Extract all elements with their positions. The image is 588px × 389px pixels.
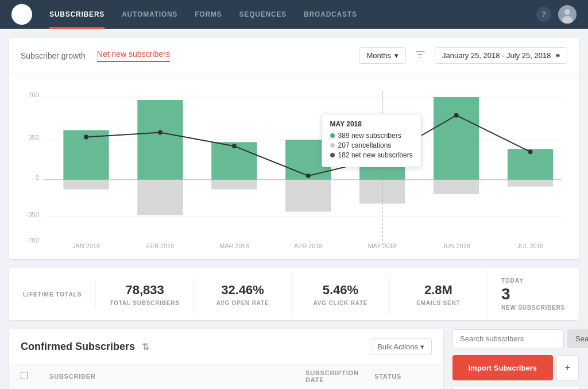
- chevron-down-icon: ▾: [420, 342, 424, 351]
- svg-rect-26: [434, 180, 479, 194]
- chevron-down-icon: ▾: [394, 51, 399, 60]
- svg-text:-700: -700: [26, 237, 39, 244]
- right-panel: Search Import Subscribers + All Subscrib…: [452, 329, 579, 389]
- user-avatar[interactable]: [558, 5, 577, 24]
- chart-container: 700 350 0 -350 -700: [21, 79, 567, 253]
- date-range-text: January 25, 2018 - July 25, 2018: [442, 51, 551, 60]
- svg-rect-22: [285, 180, 331, 212]
- svg-rect-28: [508, 180, 553, 187]
- stat-click-value: 5.46%: [303, 283, 377, 298]
- subscribers-title: Confirmed Subscribers: [21, 341, 135, 353]
- import-row: Import Subscribers +: [452, 355, 579, 380]
- svg-text:APR 2018: APR 2018: [294, 242, 323, 249]
- chart-svg: 700 350 0 -350 -700: [21, 79, 567, 252]
- svg-point-1: [20, 12, 24, 17]
- svg-rect-25: [434, 97, 479, 180]
- subscribers-header: Confirmed Subscribers ⇅ Bulk Actions ▾: [9, 329, 443, 365]
- subscribers-panel: Confirmed Subscribers ⇅ Bulk Actions ▾ S…: [9, 329, 443, 389]
- chart-section: Subscriber growth Net new subscribers Mo…: [9, 38, 579, 259]
- search-box: Search: [452, 329, 579, 348]
- calendar-icon: ≡: [555, 51, 560, 60]
- today-value: 3: [501, 285, 565, 303]
- stats-items: 78,833 TOTAL SUBSCRIBERS 32.46% AVG OPEN…: [96, 274, 487, 315]
- filter-icon[interactable]: [412, 49, 429, 61]
- bulk-actions-label: Bulk Actions: [377, 342, 418, 351]
- stat-open-label: AVG OPEN RATE: [206, 300, 280, 306]
- stat-emails-value: 2.8M: [401, 283, 475, 298]
- search-button[interactable]: Search: [567, 329, 588, 348]
- chart-title[interactable]: Subscriber growth: [21, 51, 86, 60]
- stat-emails-label: EMAILS SENT: [401, 300, 475, 306]
- header-checkbox[interactable]: [21, 372, 32, 381]
- svg-point-29: [84, 134, 88, 139]
- svg-point-34: [454, 113, 459, 118]
- add-subscriber-button[interactable]: +: [556, 355, 579, 380]
- chart-controls: Months ▾ January 25, 2018 - July 25, 201…: [359, 47, 567, 64]
- stat-emails-sent: 2.8M EMAILS SENT: [390, 274, 487, 315]
- svg-text:JUL 2018: JUL 2018: [517, 242, 543, 249]
- nav-links: SUBSCRIBERS AUTOMATIONS FORMS SEQUENCES …: [49, 8, 536, 21]
- svg-text:0: 0: [36, 174, 39, 181]
- stats-row: LIFETIME TOTALS 78,833 TOTAL SUBSCRIBERS…: [9, 268, 579, 320]
- stat-total-label: TOTAL SUBSCRIBERS: [107, 300, 181, 306]
- chart-subtitle[interactable]: Net new subscribers: [97, 49, 170, 62]
- svg-text:JAN 2018: JAN 2018: [72, 242, 100, 249]
- lifetime-label: LIFETIME TOTALS: [9, 280, 96, 309]
- nav-automations[interactable]: AUTOMATIONS: [122, 8, 177, 21]
- bulk-actions-dropdown[interactable]: Bulk Actions ▾: [370, 338, 432, 355]
- chart-header: Subscriber growth Net new subscribers Mo…: [9, 38, 579, 74]
- stats-today: TODAY 3 NEW SUBSCRIBERS: [487, 268, 579, 320]
- today-label: TODAY: [501, 278, 565, 284]
- svg-text:-350: -350: [26, 211, 39, 218]
- svg-text:350: 350: [29, 134, 39, 141]
- date-range-picker[interactable]: January 25, 2018 - July 25, 2018 ≡: [435, 47, 567, 64]
- svg-text:MAY 2018: MAY 2018: [368, 242, 397, 249]
- bottom-section: Confirmed Subscribers ⇅ Bulk Actions ▾ S…: [9, 329, 579, 389]
- nav-subscribers[interactable]: SUBSCRIBERS: [49, 8, 105, 21]
- svg-point-30: [158, 130, 163, 135]
- top-navigation: SUBSCRIBERS AUTOMATIONS FORMS SEQUENCES …: [0, 0, 588, 29]
- nav-sequences[interactable]: SEQUENCES: [239, 8, 287, 21]
- svg-point-3: [564, 9, 570, 15]
- col-subscriber: SUBSCRIBER: [49, 373, 305, 380]
- sort-icon[interactable]: ⇅: [142, 341, 149, 352]
- svg-point-32: [306, 174, 311, 178]
- nav-forms[interactable]: FORMS: [195, 8, 222, 21]
- page-content: Subscriber growth Net new subscribers Mo…: [0, 38, 588, 389]
- select-all-checkbox[interactable]: [21, 372, 28, 379]
- col-status: STATUS: [374, 373, 432, 380]
- svg-text:MAR 2018: MAR 2018: [219, 242, 249, 249]
- import-button[interactable]: Import Subscribers: [452, 355, 553, 380]
- table-header: SUBSCRIBER SUBSCRIPTION DATE STATUS: [9, 365, 443, 388]
- svg-rect-20: [211, 180, 257, 190]
- nav-right: ?: [536, 5, 577, 24]
- svg-rect-18: [137, 180, 183, 215]
- period-dropdown[interactable]: Months ▾: [359, 47, 406, 64]
- stat-click-label: AVG CLICK RATE: [303, 300, 377, 306]
- svg-point-35: [528, 149, 533, 154]
- logo[interactable]: [11, 4, 32, 25]
- stat-open-value: 32.46%: [206, 283, 280, 298]
- svg-point-31: [232, 144, 237, 148]
- today-sublabel: NEW SUBSCRIBERS: [501, 305, 565, 311]
- svg-rect-17: [137, 100, 183, 180]
- stat-open-rate: 32.46% AVG OPEN RATE: [194, 274, 292, 315]
- stat-total-subscribers: 78,833 TOTAL SUBSCRIBERS: [96, 274, 194, 315]
- svg-text:700: 700: [29, 91, 39, 98]
- svg-text:FEB 2018: FEB 2018: [146, 242, 174, 249]
- stat-click-rate: 5.46% AVG CLICK RATE: [292, 274, 389, 315]
- svg-text:JUN 2018: JUN 2018: [442, 242, 470, 249]
- search-input[interactable]: [452, 329, 564, 348]
- nav-broadcasts[interactable]: BROADCASTS: [304, 8, 357, 21]
- col-date: SUBSCRIPTION DATE: [305, 369, 374, 383]
- chart-body: 700 350 0 -350 -700: [9, 74, 579, 259]
- svg-rect-16: [63, 180, 109, 190]
- period-label: Months: [366, 51, 391, 60]
- stat-total-value: 78,833: [107, 283, 181, 298]
- help-button[interactable]: ?: [536, 7, 551, 22]
